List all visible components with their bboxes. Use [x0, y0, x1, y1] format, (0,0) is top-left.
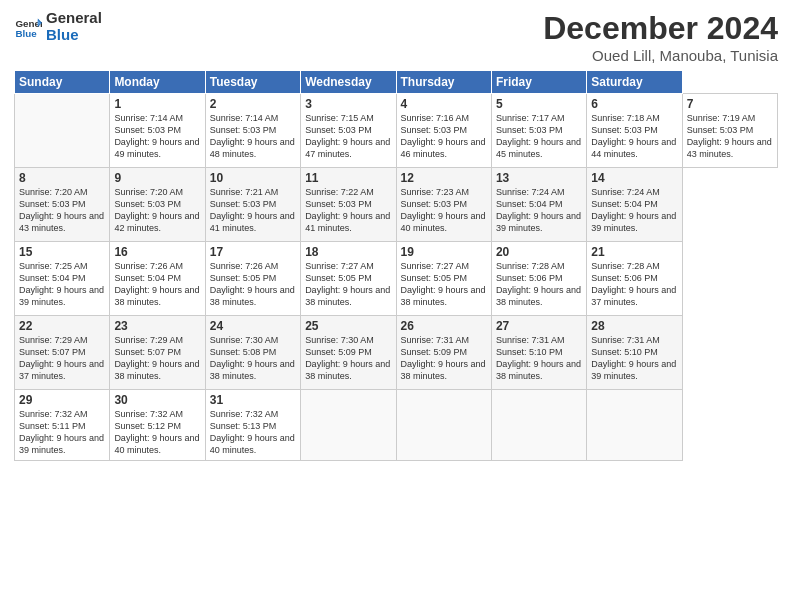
- table-row: 10Sunrise: 7:21 AMSunset: 5:03 PMDayligh…: [205, 168, 300, 242]
- table-row: 30Sunrise: 7:32 AMSunset: 5:12 PMDayligh…: [110, 390, 205, 461]
- table-row: 14Sunrise: 7:24 AMSunset: 5:04 PMDayligh…: [587, 168, 682, 242]
- table-row: 20Sunrise: 7:28 AMSunset: 5:06 PMDayligh…: [491, 242, 586, 316]
- table-row: 6Sunrise: 7:18 AMSunset: 5:03 PMDaylight…: [587, 94, 682, 168]
- table-row: 28Sunrise: 7:31 AMSunset: 5:10 PMDayligh…: [587, 316, 682, 390]
- table-row: 3Sunrise: 7:15 AMSunset: 5:03 PMDaylight…: [301, 94, 396, 168]
- table-row: 16Sunrise: 7:26 AMSunset: 5:04 PMDayligh…: [110, 242, 205, 316]
- table-row: 19Sunrise: 7:27 AMSunset: 5:05 PMDayligh…: [396, 242, 491, 316]
- col-tuesday: Tuesday: [205, 71, 300, 94]
- table-row: 5Sunrise: 7:17 AMSunset: 5:03 PMDaylight…: [491, 94, 586, 168]
- table-row: [301, 390, 396, 461]
- table-row: 2Sunrise: 7:14 AMSunset: 5:03 PMDaylight…: [205, 94, 300, 168]
- col-wednesday: Wednesday: [301, 71, 396, 94]
- calendar-header-row: Sunday Monday Tuesday Wednesday Thursday…: [15, 71, 778, 94]
- table-row: 31Sunrise: 7:32 AMSunset: 5:13 PMDayligh…: [205, 390, 300, 461]
- table-row: 24Sunrise: 7:30 AMSunset: 5:08 PMDayligh…: [205, 316, 300, 390]
- logo: General Blue General Blue: [14, 10, 102, 43]
- col-friday: Friday: [491, 71, 586, 94]
- table-row: 17Sunrise: 7:26 AMSunset: 5:05 PMDayligh…: [205, 242, 300, 316]
- calendar-title: December 2024: [543, 10, 778, 47]
- table-row: 4Sunrise: 7:16 AMSunset: 5:03 PMDaylight…: [396, 94, 491, 168]
- table-row: 18Sunrise: 7:27 AMSunset: 5:05 PMDayligh…: [301, 242, 396, 316]
- table-row: [15, 94, 110, 168]
- calendar-table: Sunday Monday Tuesday Wednesday Thursday…: [14, 70, 778, 461]
- table-row: 8Sunrise: 7:20 AMSunset: 5:03 PMDaylight…: [15, 168, 110, 242]
- calendar-subtitle: Oued Lill, Manouba, Tunisia: [543, 47, 778, 64]
- table-row: 13Sunrise: 7:24 AMSunset: 5:04 PMDayligh…: [491, 168, 586, 242]
- table-row: 22Sunrise: 7:29 AMSunset: 5:07 PMDayligh…: [15, 316, 110, 390]
- table-row: 7Sunrise: 7:19 AMSunset: 5:03 PMDaylight…: [682, 94, 777, 168]
- table-row: 25Sunrise: 7:30 AMSunset: 5:09 PMDayligh…: [301, 316, 396, 390]
- logo-icon: General Blue: [14, 13, 42, 41]
- table-row: 11Sunrise: 7:22 AMSunset: 5:03 PMDayligh…: [301, 168, 396, 242]
- table-row: 29Sunrise: 7:32 AMSunset: 5:11 PMDayligh…: [15, 390, 110, 461]
- table-row: 27Sunrise: 7:31 AMSunset: 5:10 PMDayligh…: [491, 316, 586, 390]
- table-row: 23Sunrise: 7:29 AMSunset: 5:07 PMDayligh…: [110, 316, 205, 390]
- title-block: December 2024 Oued Lill, Manouba, Tunisi…: [543, 10, 778, 64]
- table-row: 26Sunrise: 7:31 AMSunset: 5:09 PMDayligh…: [396, 316, 491, 390]
- col-saturday: Saturday: [587, 71, 682, 94]
- table-row: 15Sunrise: 7:25 AMSunset: 5:04 PMDayligh…: [15, 242, 110, 316]
- col-thursday: Thursday: [396, 71, 491, 94]
- table-row: [587, 390, 682, 461]
- col-sunday: Sunday: [15, 71, 110, 94]
- header: General Blue General Blue December 2024 …: [14, 10, 778, 64]
- col-monday: Monday: [110, 71, 205, 94]
- table-row: 21Sunrise: 7:28 AMSunset: 5:06 PMDayligh…: [587, 242, 682, 316]
- table-row: 12Sunrise: 7:23 AMSunset: 5:03 PMDayligh…: [396, 168, 491, 242]
- svg-text:Blue: Blue: [15, 27, 37, 38]
- calendar-container: General Blue General Blue December 2024 …: [0, 0, 792, 612]
- table-row: 9Sunrise: 7:20 AMSunset: 5:03 PMDaylight…: [110, 168, 205, 242]
- logo-blue: Blue: [46, 27, 102, 44]
- table-row: [396, 390, 491, 461]
- logo-general: General: [46, 10, 102, 27]
- table-row: 1Sunrise: 7:14 AMSunset: 5:03 PMDaylight…: [110, 94, 205, 168]
- table-row: [491, 390, 586, 461]
